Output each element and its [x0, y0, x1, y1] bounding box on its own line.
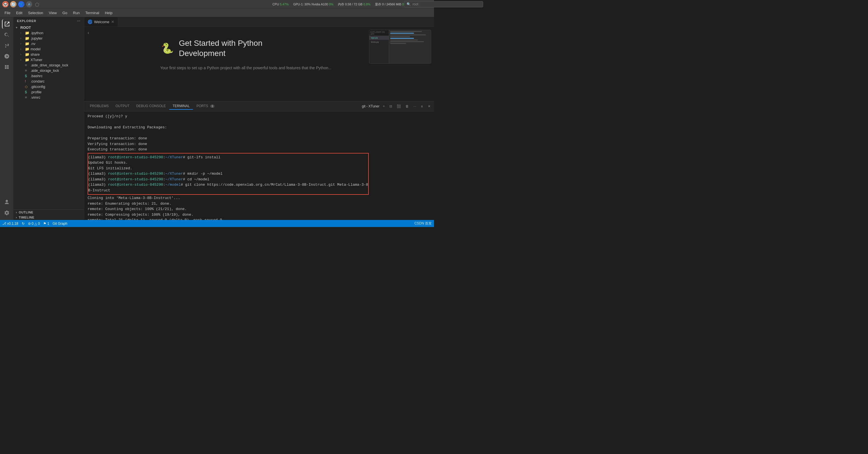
menu-view[interactable]: View	[46, 10, 59, 16]
term-line-downloading: Downloading and Extracting Packages:	[88, 125, 431, 130]
term-line-verifying: Verifying transaction: done	[88, 141, 431, 147]
folder-icon-jupyter: 📁	[25, 36, 29, 40]
tab-welcome-label: Welcome	[94, 20, 110, 24]
gpu-label: GPU-1: 30% Nvidia A100 0%	[293, 2, 333, 6]
welcome-content: 🐍 Get Started with Python Development Yo…	[160, 38, 358, 70]
menu-run[interactable]: Run	[71, 10, 82, 16]
term-line-executing: Executing transaction: done	[88, 147, 431, 152]
menu-terminal[interactable]: Terminal	[83, 10, 101, 16]
main-layout: EXPLORER ··· ▾ ROOT › 📁 .ipython › 📁 .ju…	[0, 17, 434, 220]
status-warnings[interactable]: ⚑ 1	[43, 222, 49, 225]
tree-item-aide-storage[interactable]: › ≡ .aide_storage_lock	[13, 68, 84, 73]
statusbar: ⎇ v0.1.18 ↻ ⊘ 0 △ 0 ⚑ 1 Git Graph CSDN 首…	[0, 220, 434, 227]
tree-item-jupyter[interactable]: › 📁 .jupyter	[13, 36, 84, 41]
explorer-title: EXPLORER	[17, 19, 36, 23]
welcome-title-text: Get Started with Python Development	[179, 38, 262, 59]
file-icon-aide-drive: ≡	[25, 63, 29, 67]
file-icon-aide-storage: ≡	[25, 68, 29, 73]
python-logo: 🐍	[160, 41, 174, 55]
nav-forward-button[interactable]: →	[395, 1, 402, 7]
maximize-panel-button[interactable]: ∧	[420, 104, 424, 109]
folder-icon-xtuner: 📁	[25, 58, 29, 62]
tree-item-bashrc[interactable]: › $ .bashrc	[13, 73, 84, 79]
term-tab-output[interactable]: OUTPUT	[112, 103, 133, 110]
activity-debug[interactable]	[2, 52, 11, 61]
circle-icon: ◯	[34, 1, 40, 7]
activity-search[interactable]	[2, 30, 11, 39]
mem-label: 内存 0.58 / 72 GB 0.8%	[338, 2, 370, 6]
term-line-llama3-4: (llama3) root@intern-studio-045290:~/mod…	[88, 182, 368, 188]
activity-account[interactable]	[2, 197, 11, 207]
nav-back-button[interactable]: ←	[385, 1, 392, 7]
status-errors[interactable]: ⊘ 0 △ 0	[28, 222, 40, 225]
menu-edit[interactable]: Edit	[14, 10, 25, 16]
tree-item-share[interactable]: › 📁 share	[13, 52, 84, 57]
status-git-graph[interactable]: Git Graph	[53, 222, 67, 225]
term-tab-ports[interactable]: PORTS 1	[193, 103, 218, 110]
term-tab-terminal[interactable]: TERMINAL	[169, 103, 193, 110]
term-tab-debug[interactable]: DEBUG CONSOLE	[133, 103, 169, 110]
activity-git[interactable]	[2, 41, 11, 50]
refresh-icon: 🔄	[10, 1, 17, 7]
item-label-share: share	[31, 52, 40, 57]
tree-item-model[interactable]: › 📁 model	[13, 47, 84, 52]
layout-button[interactable]: ⬛	[396, 104, 402, 109]
folder-icon-model: 📁	[25, 47, 29, 51]
status-branch[interactable]: ⎇ v0.1.18	[2, 222, 19, 225]
terminal-content[interactable]: Proceed ([y]/n)? y Downloading and Extra…	[84, 111, 434, 220]
menu-selection[interactable]: Selection	[26, 10, 45, 16]
more-terminal-button[interactable]: ···	[412, 104, 417, 109]
activity-settings[interactable]	[2, 208, 11, 218]
tree-item-aide-drive[interactable]: › ≡ .aide_drive_storage_lock	[13, 62, 84, 68]
tree-root[interactable]: ▾ ROOT	[13, 25, 84, 30]
item-label-bashrc: .bashrc	[31, 74, 43, 78]
tree-item-nv[interactable]: › 📁 .nv	[13, 41, 84, 47]
timeline-label: TIMELINE	[19, 216, 34, 219]
activity-explorer[interactable]	[2, 19, 11, 29]
root-arrow: ▾	[16, 26, 19, 29]
outline-arrow: ›	[16, 211, 17, 214]
status-sync[interactable]: ↻	[22, 222, 25, 225]
menu-help[interactable]: Help	[102, 10, 115, 16]
tree-item-vimrc[interactable]: › ≡ .vimrc	[13, 95, 84, 100]
terminal-tabs-left: PROBLEMS OUTPUT DEBUG CONSOLE TERMINAL P…	[87, 103, 218, 110]
content-area: 🌀 Welcome ✕ ‹ 🐍 Get Started with Python …	[84, 17, 434, 220]
preview-file-tests: tests.py	[369, 40, 389, 44]
tree-item-gitconfig[interactable]: › ◇ .gitconfig	[13, 84, 84, 89]
sidebar-more-icon[interactable]: ···	[77, 19, 81, 23]
tree-item-condarc[interactable]: › ! .condarc	[13, 79, 84, 84]
tab-welcome-close[interactable]: ✕	[111, 20, 115, 24]
preview-file-app: app.py	[369, 36, 389, 40]
kill-terminal-button[interactable]: 🗑	[404, 104, 410, 109]
item-label-aide-storage: .aide_storage_lock	[31, 69, 59, 73]
tab-welcome-icon: 🌀	[88, 20, 92, 24]
tree-item-ipython[interactable]: › 📁 .ipython	[13, 30, 84, 36]
collapse-button[interactable]: ‹	[88, 30, 89, 35]
tab-welcome[interactable]: 🌀 Welcome ✕	[84, 17, 118, 27]
gpu-info: GPU-1: 30% Nvidia A100 0%	[293, 2, 333, 6]
timeline-section[interactable]: › TIMELINE	[13, 215, 84, 220]
term-tab-problems[interactable]: PROBLEMS	[87, 103, 112, 110]
menu-go[interactable]: Go	[60, 10, 69, 16]
terminal-tabs-right: git - XTuner + ⊟ ⬛ 🗑 ··· ∧ ✕	[362, 104, 432, 109]
term-line-count: remote: Counting objects: 100% (21/21), …	[88, 206, 431, 212]
item-label-condarc: .condarc	[31, 79, 44, 83]
file-icon-condarc: !	[25, 79, 29, 83]
menu-file[interactable]: File	[2, 10, 13, 16]
tree-item-xtuner[interactable]: › 📁 XTuner	[13, 57, 84, 62]
add-terminal-button[interactable]: +	[382, 104, 386, 109]
welcome-subtitle: Your first steps to set up a Python proj…	[160, 66, 332, 70]
timeline-arrow: ›	[16, 216, 17, 219]
term-line-total: remote: Total 21 (delta 1), reused 0 (de…	[88, 217, 431, 220]
outline-section[interactable]: › OUTLINE	[13, 210, 84, 215]
sidebar-tree: ▾ ROOT › 📁 .ipython › 📁 .jupyter › 📁 .nv…	[13, 25, 84, 209]
term-line-llama3-2: (llama3) root@intern-studio-045290:~/XTu…	[88, 171, 368, 177]
split-terminal-button[interactable]: ⊟	[388, 104, 393, 109]
tree-item-profile[interactable]: › $ .profile	[13, 89, 84, 95]
close-panel-button[interactable]: ✕	[427, 104, 432, 109]
file-icon-vimrc: ≡	[25, 95, 29, 99]
item-label-model: model	[31, 47, 40, 51]
cpu-info: CPU 5.47%	[272, 2, 289, 6]
activity-extensions[interactable]	[2, 62, 11, 72]
search-bar[interactable]: 🔍 root	[404, 1, 434, 7]
